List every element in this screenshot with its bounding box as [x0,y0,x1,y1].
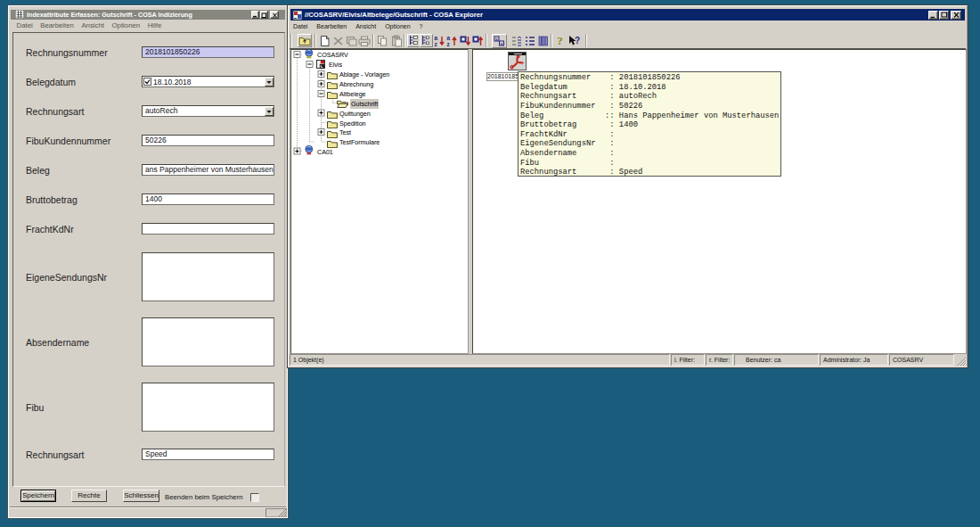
svg-text:z: z [446,40,450,46]
svg-text:?: ? [575,36,580,45]
svg-text:a: a [500,41,502,46]
svg-text:a: a [495,37,498,42]
svg-text:z: z [434,40,437,46]
